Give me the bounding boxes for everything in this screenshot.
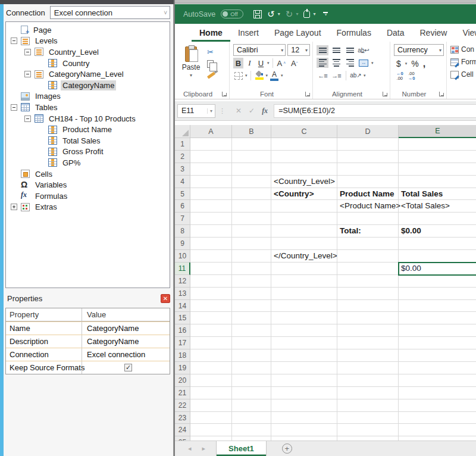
- tree-item-variables[interactable]: Variables: [6, 179, 170, 190]
- cell-A25[interactable]: [190, 436, 232, 441]
- cell-D5[interactable]: Product Name: [337, 188, 399, 201]
- cell-E9[interactable]: [399, 238, 476, 250]
- cell-A21[interactable]: [190, 387, 232, 399]
- cell-C20[interactable]: [271, 374, 337, 387]
- align-top-button[interactable]: [317, 45, 328, 55]
- cell-A8[interactable]: [190, 225, 232, 238]
- cell-B21[interactable]: [232, 387, 271, 399]
- cell-D9[interactable]: [337, 238, 399, 250]
- cell-A10[interactable]: [190, 250, 232, 263]
- row-header-8[interactable]: 8: [175, 225, 190, 238]
- font-size-dropdown[interactable]: 12 ▾: [287, 44, 310, 56]
- cell-C18[interactable]: [271, 349, 337, 362]
- row-header-9[interactable]: 9: [175, 238, 190, 250]
- tree-item-country-level[interactable]: Country_Level: [6, 46, 170, 58]
- cell-E4[interactable]: [399, 176, 476, 188]
- row-header-25[interactable]: 25: [175, 436, 190, 441]
- align-right-button[interactable]: [344, 58, 356, 68]
- row-header-6[interactable]: 6: [175, 200, 190, 213]
- merge-center-button[interactable]: ↔: [358, 58, 369, 68]
- tree-item-gp-[interactable]: GP%: [6, 157, 170, 168]
- cell-E11[interactable]: $0.00: [399, 263, 476, 275]
- underline-chevron-icon[interactable]: ▾: [267, 61, 270, 65]
- row-header-5[interactable]: 5: [175, 188, 190, 201]
- align-center-button[interactable]: [330, 58, 342, 68]
- tree-item-formulas[interactable]: Formulas: [6, 190, 170, 202]
- cell-B14[interactable]: [232, 300, 271, 313]
- cell-A22[interactable]: [190, 399, 232, 412]
- tab-page-layout[interactable]: Page Layout: [267, 24, 329, 42]
- add-sheet-button[interactable]: +: [282, 443, 292, 454]
- cell-C14[interactable]: [271, 300, 337, 313]
- font-color-button[interactable]: A: [269, 70, 280, 81]
- cell-E20[interactable]: [399, 374, 476, 387]
- tree-item-levels[interactable]: Levels: [6, 36, 170, 47]
- tab-review[interactable]: Review: [412, 24, 455, 42]
- row-header-3[interactable]: 3: [175, 163, 190, 176]
- row-header-10[interactable]: 10: [175, 250, 190, 263]
- cell-D17[interactable]: [337, 337, 399, 349]
- cell-D10[interactable]: [337, 250, 399, 263]
- row-header-14[interactable]: 14: [175, 300, 190, 313]
- cell-E12[interactable]: [399, 275, 476, 288]
- cell-E14[interactable]: [399, 300, 476, 313]
- cell-C4[interactable]: <Country_Level>: [271, 176, 337, 188]
- cell-E5[interactable]: Total Sales: [399, 188, 476, 201]
- cell-E13[interactable]: [399, 288, 476, 300]
- keep-source-formats-checkbox[interactable]: ✓: [124, 364, 132, 371]
- align-middle-button[interactable]: [330, 45, 342, 55]
- undo-icon[interactable]: ↺: [267, 10, 275, 18]
- property-value[interactable]: CategoryName: [82, 335, 170, 348]
- row-header-12[interactable]: 12: [175, 275, 190, 288]
- sheet-prev-icon[interactable]: ◂: [188, 445, 192, 452]
- row-header-18[interactable]: 18: [175, 349, 190, 362]
- italic-button[interactable]: I: [245, 58, 255, 68]
- cut-icon[interactable]: ✂: [207, 48, 215, 57]
- cell-D11[interactable]: [337, 263, 399, 275]
- tab-insert[interactable]: Insert: [230, 24, 267, 42]
- cell-D16[interactable]: [337, 324, 399, 337]
- row-header-7[interactable]: 7: [175, 213, 190, 225]
- cell-E25[interactable]: [399, 436, 476, 441]
- cell-D23[interactable]: [337, 412, 399, 424]
- row-header-19[interactable]: 19: [175, 362, 190, 374]
- cell-D6[interactable]: <Product Name>: [337, 200, 399, 213]
- collapse-icon[interactable]: [24, 49, 31, 55]
- column-header-a[interactable]: A: [190, 125, 232, 138]
- cell-B2[interactable]: [232, 151, 271, 163]
- tree-item-total-sales[interactable]: Total Sales: [6, 135, 170, 146]
- cell-styles-button[interactable]: Cell: [450, 70, 475, 79]
- undo-chevron-icon[interactable]: ▾: [278, 11, 280, 17]
- format-as-table-button[interactable]: Form: [450, 58, 475, 66]
- tab-data[interactable]: Data: [379, 24, 412, 42]
- cell-A17[interactable]: [190, 337, 232, 349]
- font-name-dropdown[interactable]: Calibri ▾: [233, 44, 286, 56]
- conditional-formatting-button[interactable]: Con: [450, 45, 475, 54]
- cell-A24[interactable]: [190, 424, 232, 436]
- cell-C12[interactable]: [271, 275, 337, 288]
- cell-D24[interactable]: [337, 424, 399, 436]
- collapse-icon[interactable]: [11, 104, 17, 111]
- row-header-23[interactable]: 23: [175, 412, 190, 424]
- column-header-c[interactable]: C: [271, 125, 337, 138]
- format-painter-icon[interactable]: [207, 71, 215, 79]
- cell-C22[interactable]: [271, 399, 337, 412]
- column-header-e[interactable]: E: [399, 125, 476, 138]
- cell-C23[interactable]: [271, 412, 337, 424]
- cell-E22[interactable]: [399, 399, 476, 412]
- cell-D20[interactable]: [337, 374, 399, 387]
- tree-item-images[interactable]: Images: [6, 91, 170, 102]
- cell-A5[interactable]: [190, 188, 232, 201]
- autosave-toggle[interactable]: Off: [221, 10, 243, 18]
- fill-color-button[interactable]: [254, 70, 265, 81]
- row-header-4[interactable]: 4: [175, 176, 190, 188]
- tree-item-ch184-top-10-products[interactable]: CH184 - Top 10 Products: [6, 113, 170, 124]
- cell-A6[interactable]: [190, 200, 232, 213]
- cell-E18[interactable]: [399, 349, 476, 362]
- wrap-text-button[interactable]: ab̲↩: [358, 45, 369, 55]
- cell-C15[interactable]: [271, 312, 337, 324]
- cell-A19[interactable]: [190, 362, 232, 374]
- row-header-17[interactable]: 17: [175, 337, 190, 349]
- touch-mode-chevron-icon[interactable]: ▾: [313, 11, 315, 17]
- cell-D7[interactable]: [337, 213, 399, 225]
